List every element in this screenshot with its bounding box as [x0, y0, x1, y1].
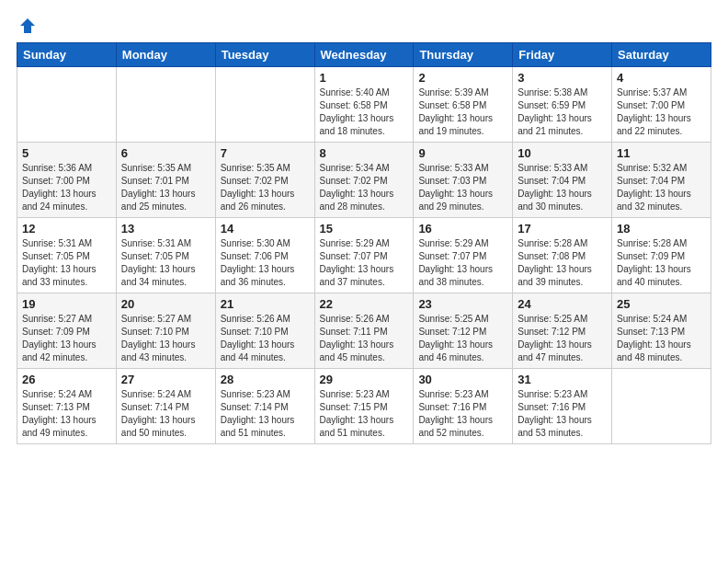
- day-info: Sunrise: 5:35 AM Sunset: 7:02 PM Dayligh…: [221, 162, 310, 213]
- calendar-cell: 17Sunrise: 5:28 AM Sunset: 7:08 PM Dayli…: [513, 218, 612, 293]
- calendar-cell: 23Sunrise: 5:25 AM Sunset: 7:12 PM Dayli…: [414, 293, 513, 369]
- calendar-cell: 9Sunrise: 5:33 AM Sunset: 7:03 PM Daylig…: [414, 143, 513, 218]
- svg-marker-0: [20, 18, 35, 33]
- calendar-cell: 30Sunrise: 5:23 AM Sunset: 7:16 PM Dayli…: [414, 369, 513, 444]
- calendar-table: SundayMondayTuesdayWednesdayThursdayFrid…: [17, 42, 711, 444]
- calendar-cell: 4Sunrise: 5:37 AM Sunset: 7:00 PM Daylig…: [612, 67, 711, 143]
- calendar-cell: [215, 67, 314, 143]
- day-number: 2: [418, 71, 507, 85]
- day-number: 23: [418, 297, 507, 311]
- day-info: Sunrise: 5:25 AM Sunset: 7:12 PM Dayligh…: [418, 313, 507, 364]
- calendar-cell: 24Sunrise: 5:25 AM Sunset: 7:12 PM Dayli…: [513, 293, 612, 369]
- day-info: Sunrise: 5:24 AM Sunset: 7:14 PM Dayligh…: [121, 388, 210, 440]
- day-number: 22: [320, 297, 409, 311]
- day-info: Sunrise: 5:23 AM Sunset: 7:16 PM Dayligh…: [518, 388, 607, 440]
- logo-icon: [18, 17, 37, 35]
- day-info: Sunrise: 5:37 AM Sunset: 7:00 PM Dayligh…: [617, 86, 706, 138]
- calendar-cell: 26Sunrise: 5:24 AM Sunset: 7:13 PM Dayli…: [17, 369, 117, 444]
- calendar-cell: 27Sunrise: 5:24 AM Sunset: 7:14 PM Dayli…: [116, 369, 215, 444]
- day-number: 5: [22, 146, 111, 160]
- day-info: Sunrise: 5:39 AM Sunset: 6:58 PM Dayligh…: [418, 86, 507, 138]
- day-number: 16: [418, 222, 507, 236]
- calendar-cell: 16Sunrise: 5:29 AM Sunset: 7:07 PM Dayli…: [414, 218, 513, 293]
- weekday-header: Saturday: [612, 43, 711, 67]
- day-info: Sunrise: 5:23 AM Sunset: 7:16 PM Dayligh…: [418, 388, 507, 440]
- calendar-cell: 11Sunrise: 5:32 AM Sunset: 7:04 PM Dayli…: [612, 143, 711, 218]
- day-info: Sunrise: 5:25 AM Sunset: 7:12 PM Dayligh…: [518, 313, 607, 364]
- day-number: 3: [518, 71, 607, 85]
- day-number: 6: [121, 146, 210, 160]
- day-number: 17: [518, 222, 607, 236]
- logo: [17, 17, 37, 35]
- calendar-cell: 3Sunrise: 5:38 AM Sunset: 6:59 PM Daylig…: [513, 67, 612, 143]
- day-number: 27: [121, 373, 210, 386]
- weekday-header: Monday: [116, 43, 215, 67]
- calendar-cell: 19Sunrise: 5:27 AM Sunset: 7:09 PM Dayli…: [17, 293, 117, 369]
- day-info: Sunrise: 5:23 AM Sunset: 7:15 PM Dayligh…: [320, 388, 409, 440]
- day-info: Sunrise: 5:34 AM Sunset: 7:02 PM Dayligh…: [320, 162, 409, 213]
- day-info: Sunrise: 5:35 AM Sunset: 7:01 PM Dayligh…: [121, 162, 210, 213]
- calendar-cell: [17, 67, 117, 143]
- weekday-header-row: SundayMondayTuesdayWednesdayThursdayFrid…: [17, 43, 711, 67]
- calendar-page: SundayMondayTuesdayWednesdayThursdayFrid…: [0, 0, 728, 563]
- day-number: 4: [617, 71, 706, 85]
- calendar-cell: 25Sunrise: 5:24 AM Sunset: 7:13 PM Dayli…: [612, 293, 711, 369]
- calendar-cell: [612, 369, 711, 444]
- calendar-cell: 2Sunrise: 5:39 AM Sunset: 6:58 PM Daylig…: [414, 67, 513, 143]
- calendar-cell: 21Sunrise: 5:26 AM Sunset: 7:10 PM Dayli…: [215, 293, 314, 369]
- day-info: Sunrise: 5:40 AM Sunset: 6:58 PM Dayligh…: [320, 86, 409, 138]
- day-info: Sunrise: 5:36 AM Sunset: 7:00 PM Dayligh…: [22, 162, 111, 213]
- calendar-cell: 22Sunrise: 5:26 AM Sunset: 7:11 PM Dayli…: [314, 293, 414, 369]
- calendar-cell: 7Sunrise: 5:35 AM Sunset: 7:02 PM Daylig…: [215, 143, 314, 218]
- calendar-cell: 15Sunrise: 5:29 AM Sunset: 7:07 PM Dayli…: [314, 218, 414, 293]
- day-info: Sunrise: 5:31 AM Sunset: 7:05 PM Dayligh…: [22, 237, 111, 289]
- day-number: 28: [221, 373, 310, 386]
- day-number: 14: [221, 222, 310, 236]
- day-number: 24: [518, 297, 607, 311]
- day-info: Sunrise: 5:29 AM Sunset: 7:07 PM Dayligh…: [418, 237, 507, 289]
- calendar-cell: 5Sunrise: 5:36 AM Sunset: 7:00 PM Daylig…: [17, 143, 117, 218]
- weekday-header: Wednesday: [314, 43, 414, 67]
- day-info: Sunrise: 5:24 AM Sunset: 7:13 PM Dayligh…: [617, 313, 706, 364]
- calendar-cell: 1Sunrise: 5:40 AM Sunset: 6:58 PM Daylig…: [314, 67, 414, 143]
- day-info: Sunrise: 5:33 AM Sunset: 7:04 PM Dayligh…: [518, 162, 607, 213]
- calendar-cell: 31Sunrise: 5:23 AM Sunset: 7:16 PM Dayli…: [513, 369, 612, 444]
- day-number: 12: [22, 222, 111, 236]
- calendar-cell: 18Sunrise: 5:28 AM Sunset: 7:09 PM Dayli…: [612, 218, 711, 293]
- calendar-cell: 14Sunrise: 5:30 AM Sunset: 7:06 PM Dayli…: [215, 218, 314, 293]
- calendar-cell: 13Sunrise: 5:31 AM Sunset: 7:05 PM Dayli…: [116, 218, 215, 293]
- weekday-header: Friday: [513, 43, 612, 67]
- day-info: Sunrise: 5:33 AM Sunset: 7:03 PM Dayligh…: [418, 162, 507, 213]
- calendar-week-row: 5Sunrise: 5:36 AM Sunset: 7:00 PM Daylig…: [17, 143, 711, 218]
- day-info: Sunrise: 5:28 AM Sunset: 7:09 PM Dayligh…: [617, 237, 706, 289]
- calendar-cell: 6Sunrise: 5:35 AM Sunset: 7:01 PM Daylig…: [116, 143, 215, 218]
- day-number: 30: [418, 373, 507, 386]
- day-number: 20: [121, 297, 210, 311]
- day-number: 7: [221, 146, 310, 160]
- day-number: 13: [121, 222, 210, 236]
- day-number: 8: [320, 146, 409, 160]
- day-number: 29: [320, 373, 409, 386]
- day-info: Sunrise: 5:28 AM Sunset: 7:08 PM Dayligh…: [518, 237, 607, 289]
- day-number: 10: [518, 146, 607, 160]
- day-number: 21: [221, 297, 310, 311]
- day-info: Sunrise: 5:32 AM Sunset: 7:04 PM Dayligh…: [617, 162, 706, 213]
- calendar-cell: 8Sunrise: 5:34 AM Sunset: 7:02 PM Daylig…: [314, 143, 414, 218]
- calendar-cell: 20Sunrise: 5:27 AM Sunset: 7:10 PM Dayli…: [116, 293, 215, 369]
- day-info: Sunrise: 5:27 AM Sunset: 7:09 PM Dayligh…: [22, 313, 111, 364]
- day-number: 25: [617, 297, 706, 311]
- day-number: 9: [418, 146, 507, 160]
- day-number: 26: [22, 373, 111, 386]
- day-number: 15: [320, 222, 409, 236]
- calendar-cell: 10Sunrise: 5:33 AM Sunset: 7:04 PM Dayli…: [513, 143, 612, 218]
- calendar-cell: 28Sunrise: 5:23 AM Sunset: 7:14 PM Dayli…: [215, 369, 314, 444]
- calendar-cell: [116, 67, 215, 143]
- day-info: Sunrise: 5:23 AM Sunset: 7:14 PM Dayligh…: [221, 388, 310, 440]
- day-number: 31: [518, 373, 607, 386]
- day-info: Sunrise: 5:27 AM Sunset: 7:10 PM Dayligh…: [121, 313, 210, 364]
- day-number: 18: [617, 222, 706, 236]
- calendar-cell: 29Sunrise: 5:23 AM Sunset: 7:15 PM Dayli…: [314, 369, 414, 444]
- weekday-header: Sunday: [17, 43, 117, 67]
- weekday-header: Tuesday: [215, 43, 314, 67]
- day-number: 19: [22, 297, 111, 311]
